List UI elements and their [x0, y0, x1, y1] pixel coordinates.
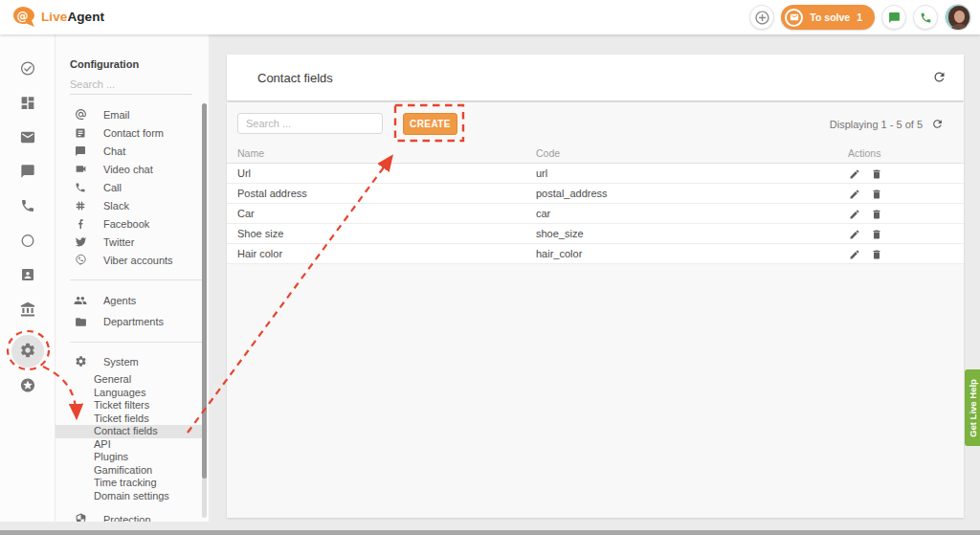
sidebar-item-label: Viber accounts: [103, 255, 173, 266]
topbar: @ LiveAgent To solve 1: [0, 0, 980, 34]
facebook-icon: [74, 218, 87, 230]
page-title: Contact fields: [257, 55, 333, 100]
sidebar-item-label: Chat: [103, 145, 125, 157]
sidebar-item-departments[interactable]: Departments: [56, 311, 209, 332]
video-camera-icon: [74, 163, 87, 175]
sidebar-item-viber[interactable]: Viber accounts: [56, 251, 209, 269]
sidebar-scrollbar-thumb[interactable]: [202, 103, 207, 479]
table-row: Postal address postal_address: [227, 184, 964, 204]
sidebar-item-label: Email: [103, 109, 130, 121]
get-live-help-label: Get Live Help: [968, 379, 978, 437]
sidebar-item-label: Twitter: [103, 236, 134, 248]
sidebar-item-video-chat[interactable]: Video chat: [56, 160, 209, 178]
ring-icon[interactable]: [19, 233, 35, 249]
refresh-icon[interactable]: [931, 118, 944, 130]
sidebar-item-twitter[interactable]: Twitter: [56, 233, 209, 251]
viber-icon: [74, 254, 87, 266]
cell-code: url: [536, 164, 547, 184]
at-sign-icon: [74, 108, 87, 121]
sidebar-divider: [70, 279, 203, 280]
sidebar-item-facebook[interactable]: Facebook: [56, 214, 209, 233]
delete-icon[interactable]: [871, 189, 882, 200]
sidebar-item-ticket-fields[interactable]: Ticket fields: [56, 412, 209, 426]
sidebar-item-api[interactable]: API: [56, 438, 209, 452]
sidebar-item-contact-fields[interactable]: Contact fields: [56, 425, 204, 438]
user-avatar[interactable]: [945, 4, 971, 31]
dashboard-icon[interactable]: [19, 95, 35, 111]
folder-icon: [74, 316, 87, 328]
sidebar-search-input[interactable]: [70, 77, 192, 95]
chat-bubble-icon: [74, 145, 87, 157]
create-button[interactable]: CREATE: [403, 113, 457, 135]
edit-icon[interactable]: [849, 189, 860, 200]
table-row: Shoe size shoe_size: [227, 224, 964, 244]
avatar-body: [951, 24, 968, 31]
sidebar-item-call[interactable]: Call: [56, 178, 209, 196]
cell-code: car: [536, 204, 550, 224]
envelope-icon: [785, 9, 803, 27]
sidebar-item-time-tracking[interactable]: Time tracking: [56, 477, 209, 490]
column-header-name: Name: [237, 144, 264, 164]
sidebar-item-gamification[interactable]: Gamification: [56, 464, 209, 478]
gear-icon: [74, 355, 87, 368]
sidebar-item-slack[interactable]: Slack: [56, 196, 209, 214]
phone-rail-icon[interactable]: [20, 198, 35, 213]
phone-button[interactable]: [913, 5, 938, 30]
bank-icon[interactable]: [19, 301, 35, 318]
phone-icon: [920, 11, 932, 24]
add-button[interactable]: [749, 5, 774, 30]
sidebar-item-contact-form[interactable]: Contact form: [56, 123, 209, 142]
sidebar-item-plugins[interactable]: Plugins: [56, 451, 209, 464]
edit-icon[interactable]: [849, 249, 860, 260]
contact-fields-card: CREATE Displaying 1 - 5 of 5 Name Code A…: [227, 102, 964, 518]
system-submenu: General Languages Ticket filters Ticket …: [56, 373, 209, 502]
edit-icon[interactable]: [849, 168, 860, 180]
to-solve-button[interactable]: To solve 1: [781, 5, 875, 30]
cell-code: shoe_size: [536, 224, 584, 244]
delete-icon[interactable]: [871, 229, 882, 240]
refresh-icon[interactable]: [932, 70, 947, 84]
chat-bubble-icon[interactable]: [20, 164, 35, 179]
table-header: Name Code Actions: [227, 144, 964, 164]
sidebar-item-protection[interactable]: Protection: [56, 510, 209, 522]
sidebar-item-chat[interactable]: Chat: [56, 142, 209, 160]
contact-card-icon[interactable]: [20, 267, 35, 282]
get-live-help-tab[interactable]: Get Live Help: [965, 369, 980, 446]
to-solve-label: To solve: [810, 11, 850, 23]
sidebar-item-ticket-filters[interactable]: Ticket filters: [56, 399, 209, 412]
sidebar-item-agents[interactable]: Agents: [56, 290, 209, 311]
star-circle-icon[interactable]: [19, 377, 35, 393]
column-header-code: Code: [536, 144, 560, 164]
channel-list: Email Contact form Chat Video chat Call …: [56, 105, 209, 269]
mail-icon[interactable]: [19, 129, 35, 145]
people-list: Agents Departments: [56, 290, 209, 332]
liveagent-logo[interactable]: @ LiveAgent: [12, 6, 104, 28]
edit-icon[interactable]: [849, 209, 860, 220]
table-row: Url url: [227, 164, 964, 184]
sidebar-item-label: Facebook: [103, 218, 149, 230]
icon-rail: [0, 34, 55, 522]
table-row: Hair color hair_color: [227, 244, 964, 264]
delete-icon[interactable]: [871, 168, 882, 180]
sidebar-item-label: Call: [103, 182, 122, 193]
cell-name: Postal address: [237, 184, 307, 204]
sidebar-item-email[interactable]: Email: [56, 105, 209, 123]
cell-name: Car: [237, 204, 255, 224]
delete-icon[interactable]: [871, 209, 882, 220]
logo-agent: Agent: [67, 10, 104, 24]
sidebar-item-languages[interactable]: Languages: [56, 387, 209, 400]
edit-icon[interactable]: [849, 229, 860, 240]
delete-icon[interactable]: [871, 249, 882, 260]
settings-gear-icon[interactable]: [19, 342, 36, 359]
table-search-input[interactable]: [237, 113, 383, 134]
displaying-status: Displaying 1 - 5 of 5: [830, 118, 944, 130]
sidebar-item-label: System: [103, 356, 139, 368]
sidebar-item-general[interactable]: General: [56, 373, 209, 387]
sidebar-item-domain-settings[interactable]: Domain settings: [56, 490, 209, 503]
logo-text: LiveAgent: [41, 10, 104, 24]
column-header-actions: Actions: [848, 144, 880, 164]
twitter-icon: [74, 235, 87, 248]
chat-button[interactable]: [881, 5, 906, 30]
sidebar-item-system[interactable]: System: [56, 352, 209, 370]
check-circle-icon[interactable]: [19, 60, 35, 77]
